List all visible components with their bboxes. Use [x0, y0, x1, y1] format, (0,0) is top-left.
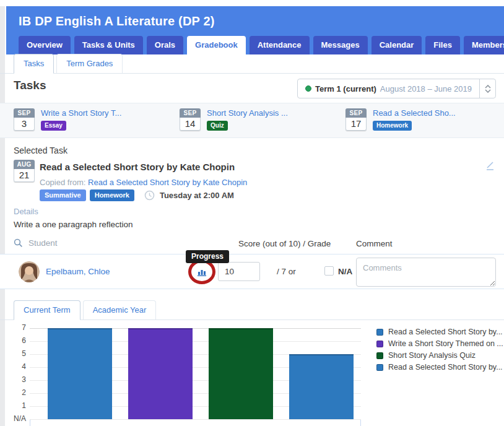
legend-item: Read a Selected Short Story by...	[376, 363, 503, 372]
course-title: IB DP English A Literature (DP 2)	[19, 14, 215, 28]
bar-short-story-analysis-quiz-2	[209, 328, 273, 419]
pencil-icon	[485, 161, 495, 171]
bar-read-a-selected-short-story-by-0	[48, 328, 112, 419]
gradebook-subtabs: TasksTerm Grades	[0, 55, 504, 74]
tab-overview[interactable]: Overview	[19, 36, 71, 54]
y-axis-tick: 3	[0, 375, 26, 384]
chart-tabs: Current TermAcademic Year	[0, 302, 504, 320]
y-axis-tick: 2	[0, 388, 26, 397]
task-card[interactable]: SEP17Read a Selected Sho...Homework	[345, 108, 456, 131]
student-row: Epelbaum, Chloe Progress / 7 or N/A	[0, 254, 504, 289]
task-card[interactable]: SEP3Write a Short Story T...Essay	[14, 108, 121, 131]
progress-bar-chart: Read a Selected Short Story by...Write a…	[0, 320, 504, 426]
chevron-up-icon	[485, 85, 491, 89]
term-status-dot	[305, 85, 311, 92]
bar-read-a-selected-short-story-by-3	[289, 354, 354, 419]
task-date: SEP3	[14, 108, 35, 131]
page: IB DP English A Literature (DP 2) Overvi…	[0, 0, 504, 426]
date-month: SEP	[14, 108, 35, 118]
course-nav-tabs: OverviewTasks & UnitsOralsGradebookAtten…	[19, 36, 504, 54]
date-day: 21	[14, 169, 35, 182]
details-text: Write a one paragraph reflection	[14, 220, 133, 229]
term-selector-value: Term 1 (current) August 2018 – June 2019	[298, 84, 479, 93]
chevron-down-icon	[485, 89, 491, 93]
legend-swatch	[376, 364, 383, 371]
progress-button[interactable]	[197, 267, 207, 279]
y-axis-tick: N/A	[0, 414, 26, 423]
task-info: Short Story Analysis ...Quiz	[207, 108, 288, 131]
task-list-strip: SEP3Write a Short Story T...EssaySEP14Sh…	[0, 103, 504, 138]
date-day: 14	[180, 118, 201, 131]
tab-orals[interactable]: Orals	[147, 36, 183, 54]
bar-chart-icon	[197, 267, 207, 277]
selected-task-heading: Selected Task	[14, 146, 67, 155]
tab-gradebook[interactable]: Gradebook	[187, 36, 246, 54]
badge-summative: Summative	[40, 189, 86, 201]
tab-tasks[interactable]: Tasks	[14, 54, 54, 74]
score-input[interactable]	[218, 262, 260, 281]
tab-current-term[interactable]: Current Term	[14, 300, 80, 320]
score-column-header: Score (out of 10) / Grade	[238, 239, 331, 248]
bar-write-a-short-story-themed-on-1	[128, 328, 193, 419]
badge-group: SummativeHomework	[40, 189, 138, 201]
tab-messages[interactable]: Messages	[313, 36, 368, 54]
tab-academic-year[interactable]: Academic Year	[83, 300, 157, 320]
details-label: Details	[14, 207, 38, 216]
legend-item: Read a Selected Short Story by...	[376, 328, 503, 336]
task-type-badge: Quiz	[207, 121, 228, 131]
chart-legend: Read a Selected Short Story by...Write a…	[376, 328, 503, 375]
legend-swatch	[376, 352, 383, 359]
student-name-link[interactable]: Epelbaum, Chloe	[46, 267, 110, 276]
term-stepper[interactable]	[479, 79, 495, 98]
tab-tasks-units[interactable]: Tasks & Units	[74, 36, 143, 54]
progress-tooltip: Progress	[186, 250, 229, 263]
y-axis-tick: 5	[0, 349, 26, 358]
legend-item: Write a Short Story Themed on ...	[376, 339, 503, 348]
y-axis-tick: 6	[0, 336, 26, 345]
student-search-placeholder: Student	[28, 238, 58, 248]
edit-task-button[interactable]	[485, 161, 495, 173]
legend-label: Read a Selected Short Story by...	[388, 328, 503, 336]
task-link[interactable]: Read a Selected Sho...	[373, 108, 456, 118]
task-type-badge: Essay	[41, 121, 66, 131]
date-day: 3	[14, 118, 35, 131]
avatar[interactable]	[19, 261, 40, 282]
student-search-field[interactable]: Student	[14, 238, 58, 248]
badge-homework: Homework	[90, 189, 134, 201]
page-title: Tasks	[14, 79, 46, 92]
legend-swatch	[376, 329, 383, 336]
legend-item: Short Story Analysis Quiz	[376, 351, 503, 360]
tab-term-grades[interactable]: Term Grades	[56, 54, 123, 74]
y-axis-tick: 4	[0, 362, 26, 371]
date-month: SEP	[180, 108, 201, 118]
due-date: Tuesday at 2:00 AM	[160, 191, 234, 200]
copied-from-line: Copied from: Read a Selected Short Story…	[40, 178, 247, 187]
tab-calendar[interactable]: Calendar	[371, 36, 422, 54]
gridline	[30, 419, 361, 420]
tab-members[interactable]: Members	[464, 36, 504, 54]
x-axis-box	[30, 419, 361, 426]
tab-files[interactable]: Files	[425, 36, 460, 54]
selected-task-badges: SummativeHomework Tuesday at 2:00 AM	[40, 189, 234, 201]
comment-textarea[interactable]	[356, 258, 496, 287]
task-link[interactable]: Short Story Analysis ...	[207, 108, 288, 118]
search-icon	[14, 238, 23, 248]
na-checkbox[interactable]	[324, 266, 334, 276]
legend-label: Read a Selected Short Story by...	[388, 363, 503, 372]
task-link[interactable]: Write a Short Story T...	[41, 108, 121, 118]
task-card[interactable]: SEP14Short Story Analysis ...Quiz	[180, 108, 288, 131]
y-axis-tick: 7	[0, 323, 26, 332]
term-selector[interactable]: Term 1 (current) August 2018 – June 2019	[297, 79, 496, 98]
date-month: SEP	[345, 108, 367, 118]
copied-from-label: Copied from:	[40, 178, 85, 187]
grade-suffix: / 7 or	[277, 267, 296, 276]
tab-attendance[interactable]: Attendance	[250, 36, 310, 54]
date-day: 17	[345, 118, 367, 131]
term-label: Term 1 (current)	[315, 84, 376, 93]
legend-label: Short Story Analysis Quiz	[388, 351, 476, 360]
legend-label: Write a Short Story Themed on ...	[388, 339, 503, 348]
course-header: IB DP English A Literature (DP 2) Overvi…	[6, 6, 504, 54]
clock-icon	[144, 190, 155, 201]
copied-from-link[interactable]: Read a Selected Short Story by Kate Chop…	[88, 178, 247, 187]
task-date: SEP14	[180, 108, 201, 131]
